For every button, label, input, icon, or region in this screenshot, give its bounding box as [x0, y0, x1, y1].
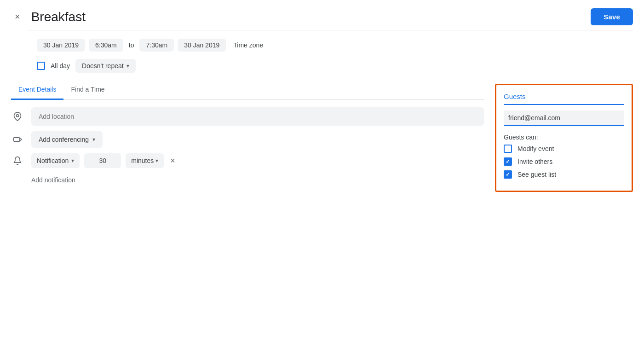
svg-rect-1: [14, 138, 20, 141]
header: × Breakfast Save: [0, 0, 644, 30]
invite-others-label: Invite others: [518, 158, 552, 165]
add-conferencing-button[interactable]: Add conferencing ▾: [31, 131, 103, 148]
guests-can-label: Guests can:: [504, 134, 624, 141]
add-conferencing-label: Add conferencing: [39, 136, 89, 143]
notification-type-dropdown[interactable]: Notification ▾: [31, 153, 80, 168]
notification-icon: [11, 156, 24, 165]
notification-unit-dropdown[interactable]: minutes ▾: [126, 153, 164, 168]
tab-find-a-time[interactable]: Find a Time: [63, 80, 112, 100]
guest-permission-see-list: See guest list: [504, 170, 624, 179]
notification-value-input[interactable]: [84, 153, 121, 168]
invite-others-checkbox[interactable]: [504, 157, 512, 166]
guest-permission-modify: Modify event: [504, 145, 624, 153]
to-label: to: [127, 41, 136, 49]
guests-title-underline: [504, 104, 624, 105]
notification-row: Notification ▾ minutes ▾ ×: [11, 153, 484, 168]
end-time-chip[interactable]: 7:30am: [139, 39, 174, 52]
remove-notification-button[interactable]: ×: [168, 154, 177, 168]
notification-type-arrow: ▾: [71, 157, 74, 164]
tabs: Event Details Find a Time: [11, 80, 484, 100]
location-input[interactable]: [31, 107, 484, 126]
repeat-label: Doesn't repeat: [82, 62, 124, 70]
page: × Breakfast Save 30 Jan 2019 6:30am to 7…: [0, 0, 644, 337]
see-guest-list-checkbox[interactable]: [504, 170, 512, 179]
allday-label[interactable]: All day: [51, 62, 70, 70]
save-button[interactable]: Save: [591, 8, 633, 25]
start-time-chip[interactable]: 6:30am: [89, 39, 123, 52]
event-title: Breakfast: [31, 10, 584, 24]
notification-unit-label: minutes: [131, 157, 154, 164]
add-notification-button[interactable]: Add notification: [31, 174, 75, 186]
guest-permission-invite: Invite others: [504, 157, 624, 166]
modify-event-checkbox[interactable]: [504, 145, 512, 153]
notification-type-label: Notification: [37, 157, 69, 164]
conferencing-dropdown-arrow: ▾: [92, 136, 95, 143]
end-date-chip[interactable]: 30 Jan 2019: [178, 39, 226, 52]
allday-checkbox[interactable]: [37, 62, 45, 70]
timezone-label[interactable]: Time zone: [230, 39, 267, 52]
allday-row: All day Doesn't repeat ▾: [0, 55, 644, 80]
start-date-chip[interactable]: 30 Jan 2019: [37, 39, 85, 52]
main-content: Event Details Find a Time: [0, 80, 644, 337]
repeat-dropdown-arrow: ▾: [126, 63, 129, 69]
datetime-row: 30 Jan 2019 6:30am to 7:30am 30 Jan 2019…: [0, 30, 644, 55]
left-panel: Event Details Find a Time: [11, 80, 495, 337]
location-icon: [11, 112, 24, 121]
see-guest-list-label: See guest list: [518, 171, 556, 178]
tab-event-details[interactable]: Event Details: [11, 80, 63, 100]
repeat-dropdown[interactable]: Doesn't repeat ▾: [75, 59, 136, 73]
conferencing-row: Add conferencing ▾: [11, 131, 484, 148]
location-row: [11, 107, 484, 126]
guests-title: Guests: [504, 93, 624, 100]
guests-panel: Guests Guests can: Modify event Invite o…: [495, 84, 633, 192]
svg-point-0: [17, 115, 19, 117]
guest-email-input[interactable]: [504, 110, 624, 126]
add-notification-section: Add notification: [11, 174, 484, 186]
close-button[interactable]: ×: [11, 10, 24, 24]
modify-event-label: Modify event: [518, 145, 554, 152]
conferencing-icon: [11, 135, 24, 144]
notification-unit-arrow: ▾: [155, 157, 158, 164]
